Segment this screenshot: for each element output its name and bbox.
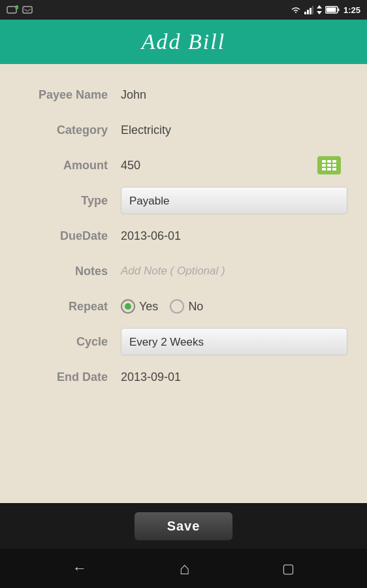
duedate-value: 2013-06-01 <box>121 229 347 243</box>
status-bar: 1:25 <box>0 0 367 20</box>
type-dropdown[interactable]: Payable Receivable <box>121 187 347 214</box>
repeat-yes-label: Yes <box>139 300 158 314</box>
type-row: Type Payable Receivable <box>20 183 347 218</box>
notes-row: Notes Add Note ( Optional ) <box>20 253 347 289</box>
cycle-dropdown-wrapper: Every Week Every 2 Weeks Every Month Eve… <box>121 328 347 355</box>
svg-rect-2 <box>23 7 32 13</box>
battery-icon <box>325 6 340 14</box>
data-icon <box>316 5 323 14</box>
payee-row: Payee Name John <box>20 77 347 112</box>
svg-rect-3 <box>304 12 306 14</box>
enddate-label: End Date <box>20 370 121 384</box>
amount-row: Amount 450 <box>20 148 347 183</box>
cycle-dropdown[interactable]: Every Week Every 2 Weeks Every Month Eve… <box>121 328 347 355</box>
status-bar-right: 1:25 <box>290 5 360 15</box>
repeat-yes-dot <box>125 303 131 310</box>
enddate-row: End Date 2013-09-01 <box>20 359 347 395</box>
cycle-label: Cycle <box>20 335 121 349</box>
svg-rect-5 <box>310 8 311 14</box>
repeat-yes-radio[interactable] <box>121 299 135 314</box>
repeat-no-radio[interactable] <box>170 299 184 314</box>
calculator-button[interactable] <box>317 156 341 174</box>
repeat-no-option[interactable]: No <box>170 299 203 314</box>
back-button[interactable]: ← <box>72 560 87 577</box>
main-content: Payee Name John Category Electricity Amo… <box>0 64 367 408</box>
enddate-value: 2013-09-01 <box>121 370 347 384</box>
payee-value: John <box>121 88 347 102</box>
recent-apps-button[interactable]: ▢ <box>282 561 295 576</box>
repeat-row: Repeat Yes No <box>20 289 347 324</box>
notes-input[interactable]: Add Note ( Optional ) <box>121 265 225 278</box>
time-display: 1:25 <box>343 5 360 15</box>
svg-rect-4 <box>307 10 309 14</box>
notes-label: Notes <box>20 265 121 278</box>
save-button[interactable]: Save <box>135 512 233 540</box>
cycle-row: Cycle Every Week Every 2 Weeks Every Mon… <box>20 324 347 359</box>
app-header: Add Bill <box>0 20 367 64</box>
signal-icon <box>304 5 313 14</box>
category-value: Electricity <box>121 123 347 137</box>
duedate-label: DueDate <box>20 229 121 243</box>
svg-rect-0 <box>7 7 16 13</box>
category-label: Category <box>20 123 121 137</box>
nav-bar: ← ⌂ ▢ <box>0 549 367 588</box>
repeat-yes-option[interactable]: Yes <box>121 299 158 314</box>
svg-rect-8 <box>326 8 336 12</box>
type-label: Type <box>20 194 121 208</box>
svg-point-1 <box>15 5 18 9</box>
payee-label: Payee Name <box>20 88 121 102</box>
repeat-radio-group: Yes No <box>121 299 203 314</box>
amount-value: 450 <box>121 159 347 172</box>
type-dropdown-wrapper: Payable Receivable <box>121 187 347 214</box>
amount-label: Amount <box>20 159 121 172</box>
message-icon <box>22 5 34 14</box>
app-title: Add Bill <box>142 29 225 54</box>
duedate-row: DueDate 2013-06-01 <box>20 218 347 253</box>
home-button[interactable]: ⌂ <box>180 559 190 579</box>
status-bar-left <box>7 5 34 14</box>
repeat-label: Repeat <box>20 300 121 314</box>
wifi-icon <box>290 5 302 14</box>
svg-rect-9 <box>338 8 339 11</box>
svg-rect-6 <box>312 6 313 14</box>
category-row: Category Electricity <box>20 112 347 148</box>
save-area: Save <box>0 503 367 549</box>
notification-icon <box>7 5 18 14</box>
repeat-no-label: No <box>188 300 203 314</box>
